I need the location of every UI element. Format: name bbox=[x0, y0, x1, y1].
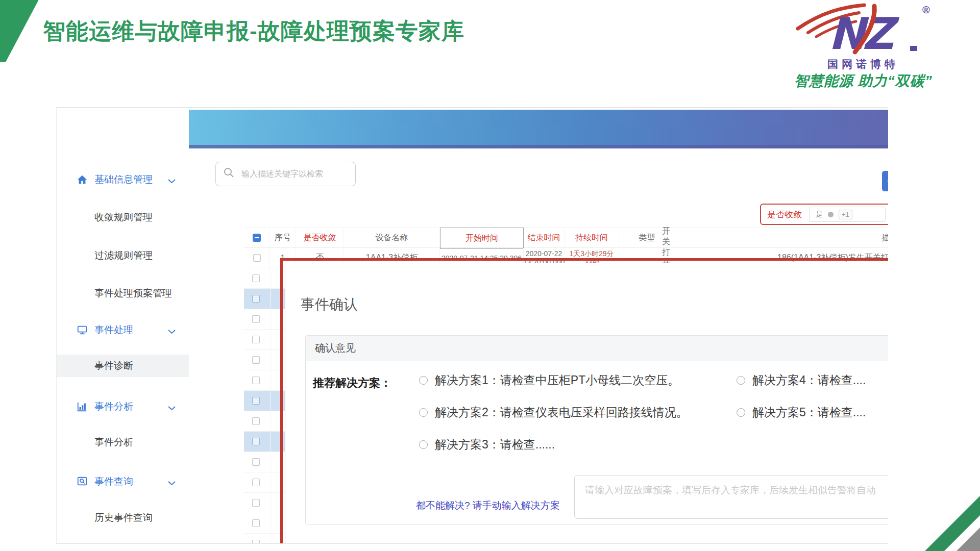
sidebar-item-event-query-group[interactable]: 事件查询 bbox=[57, 471, 189, 492]
solution-option-2[interactable]: 解决方案2：请检查仪表电压采样回路接线情况。 bbox=[419, 405, 688, 420]
table-header-row: 序号 是否收敛 设备名称 开始时间 结束时间 持续时间 类型 描述 bbox=[244, 228, 888, 248]
header-cell-device: 设备名称 bbox=[344, 228, 440, 247]
filter-count-badge: +1 bbox=[839, 210, 852, 219]
sidebar-item-basic-info-mgmt[interactable]: 基础信息管理 bbox=[57, 169, 189, 190]
page-title: 智能运维与故障申报-故障处理预案专家库 bbox=[43, 16, 464, 46]
sidebar-item-label: 事件分析 bbox=[94, 436, 133, 449]
chevron-down-icon[interactable] bbox=[168, 177, 176, 186]
sidebar-item-event-analysis[interactable]: 事件分析 bbox=[57, 432, 189, 453]
row-checkbox[interactable] bbox=[253, 254, 261, 262]
radio-icon[interactable] bbox=[419, 408, 428, 417]
option-label[interactable]: 解决方案5：请检查.... bbox=[752, 405, 866, 420]
search-icon bbox=[223, 167, 235, 181]
bar-chart-icon bbox=[76, 400, 88, 413]
row-checkbox[interactable] bbox=[252, 458, 260, 466]
row-checkbox[interactable] bbox=[252, 540, 260, 544]
radio-icon[interactable] bbox=[419, 376, 428, 385]
tag-dot-icon bbox=[828, 212, 834, 217]
header-cell-duration: 持续时间 bbox=[565, 228, 619, 247]
filter-converged-chip[interactable]: 是否收敛 bbox=[765, 208, 804, 221]
row-checkbox[interactable] bbox=[252, 356, 260, 364]
home-icon bbox=[76, 173, 88, 186]
dialog-title: 事件确认 bbox=[301, 295, 358, 314]
sidebar-item-label: 事件分析 bbox=[94, 400, 133, 413]
registered-mark: ® bbox=[922, 4, 930, 16]
monitor-icon bbox=[76, 324, 88, 336]
app-header-bar bbox=[189, 110, 888, 148]
sidebar-item-label: 收敛规则管理 bbox=[94, 211, 153, 224]
row-checkbox[interactable] bbox=[252, 336, 260, 343]
row-checkbox[interactable] bbox=[252, 295, 260, 303]
filter-group: 是否收敛 是 +1 bbox=[760, 204, 888, 225]
option-label[interactable]: 解决方案1：请检查中压柜PT小母线二次空压。 bbox=[435, 372, 679, 388]
sidebar-item-event-plan-mgmt[interactable]: 事件处理预案管理 bbox=[57, 283, 189, 304]
row-checkbox[interactable] bbox=[252, 417, 260, 425]
option-label[interactable]: 解决方案3：请检查...... bbox=[435, 437, 555, 453]
row-checkbox[interactable] bbox=[252, 479, 260, 486]
row-checkbox[interactable] bbox=[252, 519, 260, 527]
header-cell-end-time: 结束时间 bbox=[524, 228, 565, 247]
search-doc-icon bbox=[76, 475, 88, 488]
sidebar-item-event-analysis-group[interactable]: 事件分析 bbox=[57, 396, 189, 417]
radio-icon[interactable] bbox=[737, 408, 745, 417]
svg-text:NZ: NZ bbox=[828, 8, 900, 58]
chevron-down-icon[interactable] bbox=[168, 479, 176, 488]
panel-header: 确认意见 bbox=[306, 336, 888, 361]
search-input[interactable] bbox=[241, 169, 349, 179]
header-cell-seq: 序号 bbox=[270, 228, 296, 247]
logo-tagline: 智慧能源 助力“双碳” bbox=[794, 71, 933, 91]
sidebar: 基础信息管理 收敛规则管理 过滤规则管理 事件处理预案管理 事件处理 事件诊断 bbox=[57, 108, 189, 544]
chevron-down-icon[interactable] bbox=[168, 404, 176, 413]
header-cell-start-time: 开始时间 bbox=[440, 228, 524, 249]
event-confirm-dialog: 事件确认 确认意见 推荐解决方案： 解决方案1：请检查中压柜PT小母线二次空压。… bbox=[285, 263, 888, 544]
row-checkbox[interactable] bbox=[252, 499, 260, 507]
sidebar-item-label: 基础信息管理 bbox=[94, 173, 153, 186]
app-window: 基础信息管理 收敛规则管理 过滤规则管理 事件处理预案管理 事件处理 事件诊断 bbox=[56, 107, 888, 544]
filter-value: 是 bbox=[816, 210, 823, 219]
solution-option-1[interactable]: 解决方案1：请检查中压柜PT小母线二次空压。 bbox=[419, 372, 679, 388]
row-checkbox[interactable] bbox=[252, 397, 260, 405]
header-cell-converged: 是否收敛 bbox=[296, 228, 344, 247]
radio-icon[interactable] bbox=[737, 376, 745, 385]
primary-action-button[interactable]: + bbox=[882, 171, 888, 191]
row-checkbox[interactable] bbox=[252, 438, 260, 445]
header-cell-description: 描述 bbox=[675, 228, 888, 247]
radio-icon[interactable] bbox=[419, 440, 428, 449]
manual-input-link[interactable]: 都不能解决? 请手动输入解决方案 bbox=[416, 499, 560, 512]
option-label[interactable]: 解决方案4：请检查.... bbox=[752, 372, 866, 388]
sidebar-item-label: 事件诊断 bbox=[94, 359, 133, 372]
sidebar-item-label: 事件处理 bbox=[94, 323, 133, 337]
confirm-opinion-panel: 确认意见 推荐解决方案： 解决方案1：请检查中压柜PT小母线二次空压。 解决方案… bbox=[305, 335, 888, 525]
manual-solution-textarea[interactable] bbox=[574, 475, 888, 519]
solution-option-5[interactable]: 解决方案5：请检查.... bbox=[737, 405, 866, 420]
sidebar-item-history-event-query[interactable]: 历史事件查询 bbox=[57, 508, 189, 528]
solution-option-4[interactable]: 解决方案4：请检查.... bbox=[737, 372, 866, 388]
row-checkbox[interactable] bbox=[252, 274, 260, 282]
search-box bbox=[215, 162, 356, 186]
sidebar-item-event-diagnosis[interactable]: 事件诊断 bbox=[57, 355, 189, 377]
sidebar-item-label: 过滤规则管理 bbox=[94, 249, 153, 262]
sidebar-item-event-handling[interactable]: 事件处理 bbox=[57, 320, 189, 340]
recommend-label: 推荐解决方案： bbox=[313, 375, 391, 391]
sidebar-item-label: 历史事件查询 bbox=[94, 511, 153, 524]
row-checkbox[interactable] bbox=[252, 315, 260, 323]
filter-value-tag[interactable]: 是 +1 bbox=[809, 207, 886, 222]
logo-company-name: 国网诺博特 bbox=[827, 57, 899, 71]
solution-option-3[interactable]: 解决方案3：请检查...... bbox=[419, 437, 555, 453]
sidebar-item-label: 事件查询 bbox=[94, 475, 133, 488]
select-all-checkbox[interactable] bbox=[253, 234, 261, 242]
option-label[interactable]: 解决方案2：请检查仪表电压采样回路接线情况。 bbox=[435, 405, 688, 420]
row-checkbox[interactable] bbox=[252, 377, 260, 384]
sidebar-item-filter-rules[interactable]: 过滤规则管理 bbox=[57, 245, 189, 266]
sidebar-item-convergence-rules[interactable]: 收敛规则管理 bbox=[57, 207, 189, 228]
sidebar-item-label: 事件处理预案管理 bbox=[94, 287, 172, 300]
chevron-down-icon[interactable] bbox=[168, 327, 176, 336]
